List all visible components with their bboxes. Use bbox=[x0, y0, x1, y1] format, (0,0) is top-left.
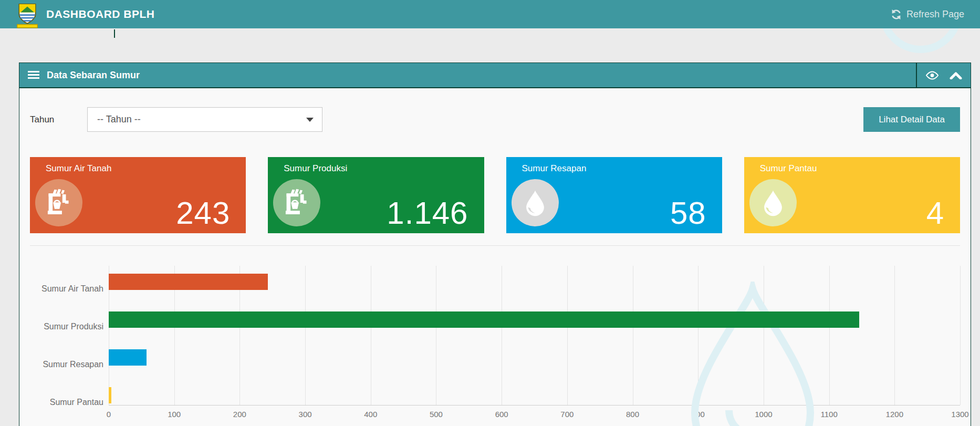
card-label: Sumur Resapan bbox=[522, 163, 722, 174]
gridline bbox=[960, 266, 961, 405]
app-title: DASHBOARD BPLH bbox=[46, 8, 155, 20]
card-sumur-pantau: Sumur Pantau 4 bbox=[744, 157, 960, 233]
x-tick-label: 800 bbox=[626, 410, 639, 419]
chevron-down-icon bbox=[306, 118, 314, 122]
well-icon bbox=[35, 179, 82, 226]
category-label: Sumur Resapan bbox=[43, 360, 103, 369]
eye-icon[interactable] bbox=[925, 71, 939, 80]
x-tick-label: 400 bbox=[364, 410, 377, 419]
bar-sumur-air-tanah bbox=[109, 274, 268, 290]
refresh-label: Refresh Page bbox=[906, 9, 964, 20]
panel-header-tools bbox=[916, 63, 971, 87]
tahun-select[interactable]: -- Tahun -- bbox=[87, 107, 322, 132]
stat-cards-row: Sumur Air Tanah 243 Sumur Produksi 1.146… bbox=[30, 157, 960, 233]
card-sumur-produksi: Sumur Produksi 1.146 bbox=[268, 157, 484, 233]
filter-row: Tahun -- Tahun -- Lihat Detail Data bbox=[30, 107, 960, 132]
bar-sumur-pantau bbox=[109, 387, 111, 403]
card-value: 58 bbox=[670, 198, 706, 229]
x-tick-label: 1000 bbox=[755, 410, 772, 419]
x-tick-label: 300 bbox=[299, 410, 312, 419]
x-tick-label: 700 bbox=[560, 410, 574, 419]
chart-row: Sumur Pantau bbox=[109, 387, 960, 403]
chart-row: Sumur Air Tanah bbox=[109, 274, 960, 290]
watermark-circle-arc bbox=[881, 28, 960, 54]
refresh-page-button[interactable]: Refresh Page bbox=[891, 9, 964, 20]
category-label: Sumur Air Tanah bbox=[41, 284, 103, 294]
bandung-crest-logo-icon bbox=[16, 3, 39, 29]
card-sumur-resapan: Sumur Resapan 58 bbox=[506, 157, 722, 233]
bar-sumur-produksi bbox=[109, 311, 859, 328]
card-label: Sumur Pantau bbox=[760, 163, 960, 174]
card-label: Sumur Air Tanah bbox=[46, 163, 246, 174]
x-tick-label: 100 bbox=[168, 410, 181, 419]
tahun-label: Tahun bbox=[30, 115, 87, 125]
tahun-select-value: -- Tahun -- bbox=[97, 114, 141, 125]
x-tick-label: 0 bbox=[107, 410, 111, 419]
x-tick-label: 1200 bbox=[886, 410, 903, 419]
card-label: Sumur Produksi bbox=[284, 163, 484, 174]
chart-plot: Sumur Air TanahSumur ProduksiSumur Resap… bbox=[109, 266, 960, 406]
panel-title: Data Sebaran Sumur bbox=[47, 70, 140, 81]
x-tick-label: 1100 bbox=[820, 410, 837, 419]
sumur-bar-chart: Sumur Air TanahSumur ProduksiSumur Resap… bbox=[30, 266, 960, 421]
navbar: DASHBOARD BPLH Refresh Page bbox=[0, 0, 980, 28]
card-sumur-air-tanah: Sumur Air Tanah 243 bbox=[30, 157, 246, 233]
x-tick-label: 500 bbox=[430, 410, 443, 419]
x-tick-label: 200 bbox=[233, 410, 246, 419]
collapse-chevron-up-icon[interactable] bbox=[950, 71, 962, 79]
x-tick-label: 1300 bbox=[951, 410, 968, 419]
chart-row: Sumur Produksi bbox=[109, 311, 960, 328]
chart-row: Sumur Resapan bbox=[109, 349, 960, 366]
chart-xaxis: 0100200300400500600700800900100011001200… bbox=[109, 406, 960, 421]
chart-bars: Sumur Air TanahSumur ProduksiSumur Resap… bbox=[109, 266, 960, 403]
category-label: Sumur Produksi bbox=[44, 322, 103, 331]
card-value: 1.146 bbox=[387, 198, 468, 229]
x-tick-label: 600 bbox=[495, 410, 508, 419]
panel-header: Data Sebaran Sumur bbox=[19, 63, 971, 88]
card-value: 243 bbox=[176, 198, 230, 229]
bar-sumur-resapan bbox=[109, 349, 147, 366]
hamburger-icon[interactable] bbox=[28, 71, 39, 79]
category-label: Sumur Pantau bbox=[50, 398, 103, 407]
divider bbox=[30, 245, 960, 246]
drop-icon bbox=[512, 179, 559, 226]
text-cursor bbox=[114, 29, 115, 38]
data-sebaran-sumur-panel: Data Sebaran Sumur Tahun -- Tahun -- bbox=[19, 63, 971, 426]
x-tick-label: 900 bbox=[692, 410, 705, 419]
refresh-icon bbox=[891, 9, 902, 20]
well-icon bbox=[273, 179, 320, 226]
panel-body: Tahun -- Tahun -- Lihat Detail Data Sumu… bbox=[19, 88, 971, 426]
lihat-detail-data-button[interactable]: Lihat Detail Data bbox=[863, 107, 960, 132]
card-value: 4 bbox=[926, 198, 944, 229]
drop-icon bbox=[749, 179, 797, 226]
